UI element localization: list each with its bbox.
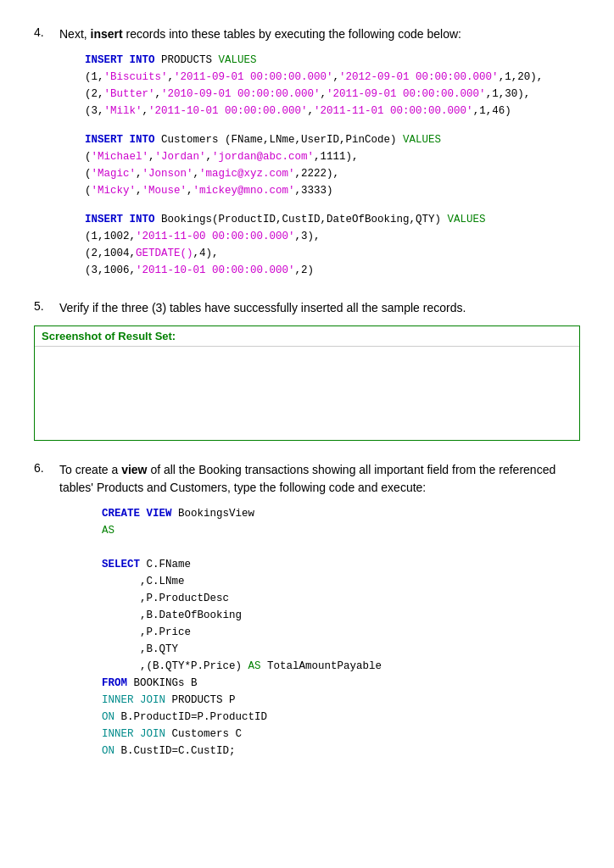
- section-4: 4. Next, insert records into these table…: [34, 25, 580, 279]
- code-insert-bookings: INSERT INTO Bookings(ProductID,CustID,Da…: [85, 211, 580, 279]
- screenshot-label: Screenshot of Result Set:: [35, 326, 579, 347]
- code-insert-customers: INSERT INTO Customers (FName,LNme,UserID…: [85, 131, 580, 199]
- code-insert-products: INSERT INTO PRODUCTS VALUES (1,'Biscuits…: [85, 52, 580, 120]
- code-create-view: CREATE VIEW BookingsView AS SELECT C.FNa…: [102, 505, 580, 760]
- section-6-text: To create a view of all the Booking tran…: [59, 461, 580, 497]
- screenshot-content-area: [35, 347, 579, 440]
- section-number-5: 5.: [34, 299, 59, 313]
- section-5-text: Verify if the three (3) tables have succ…: [59, 299, 466, 317]
- section-6: 6. To create a view of all the Booking t…: [34, 461, 580, 760]
- section-number-6: 6.: [34, 461, 59, 475]
- section-5: 5. Verify if the three (3) tables have s…: [34, 299, 580, 441]
- section-4-text: Next, insert records into these tables b…: [59, 25, 461, 43]
- section-number-4: 4.: [34, 25, 59, 39]
- screenshot-result-box: Screenshot of Result Set:: [34, 326, 580, 441]
